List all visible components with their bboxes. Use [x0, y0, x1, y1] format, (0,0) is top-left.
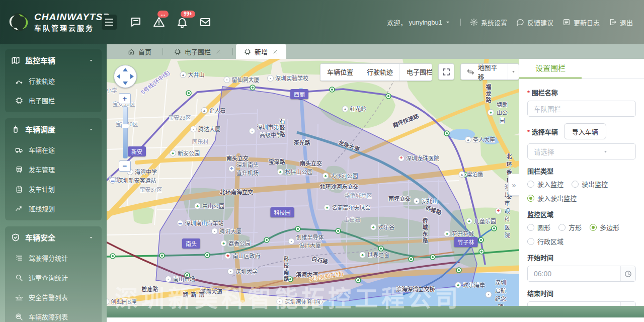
caret-icon: [87, 126, 96, 132]
map-toolbar-button-0[interactable]: 车辆位置: [320, 64, 360, 80]
map-canvas[interactable]: ▲大井山▪留仙洞大厦▪深圳实验学校▲红花岭♣塘朗山公园▲圣人大座小学宝安35区宝…: [107, 59, 519, 306]
radio-dot: [590, 224, 597, 231]
username: yunyingbu1: [409, 19, 442, 26]
area-radio-group: 圆形方形多边形行政区域: [527, 222, 636, 251]
tab-fence-settings[interactable]: 设置围栏: [519, 59, 582, 78]
search-icon: [15, 274, 23, 282]
app-window: CHAINWAYTSP 车队管理云服务 … 99+ 欢迎， yunyingbu1: [0, 0, 644, 322]
header-nav: 系统设置反馈建议更新日志退出: [470, 18, 633, 27]
pan-left-icon: [117, 74, 120, 79]
map-toolbar-button-1[interactable]: 行驶轨迹: [360, 64, 400, 80]
sidebar-item-label: 班线规划: [29, 204, 55, 213]
dispatch-icon: [11, 125, 20, 134]
vehicle-select-value: 请选择: [534, 146, 582, 156]
fence-name-input[interactable]: 车队围栏: [527, 101, 636, 117]
sidebar-item-vehicle-fault-list[interactable]: 车辆故障列表: [5, 307, 102, 322]
mail-button[interactable]: [199, 16, 211, 28]
divider: [460, 19, 461, 26]
zoom-slider[interactable]: [123, 106, 128, 158]
home-icon: [128, 48, 135, 55]
map-icon: [11, 56, 20, 65]
end-time-picker[interactable]: [620, 302, 635, 306]
logout-icon: [609, 18, 617, 26]
sidebar-group-header-vehicle-dispatch[interactable]: 车辆调度: [5, 118, 102, 140]
sidebar-item-vehicle-on-way[interactable]: 车辆在途: [5, 140, 102, 159]
fullscreen-icon: [442, 67, 451, 76]
sidebar-item-driving-track[interactable]: 行驶轨迹: [5, 71, 102, 91]
sidebar-item-violation-query-stats[interactable]: 违章查询统计: [5, 268, 102, 287]
route-icon: [15, 77, 23, 85]
chat-icon: [130, 16, 142, 28]
header-nav-system-settings[interactable]: 系统设置: [470, 18, 507, 27]
radio-area[interactable]: 方形: [558, 222, 582, 232]
close-icon[interactable]: [215, 49, 221, 55]
gear-icon: [470, 18, 478, 26]
close-icon[interactable]: [272, 49, 278, 55]
sidebar-group-header-vehicle-safety[interactable]: 车辆安全: [5, 226, 102, 248]
radio-area[interactable]: 行政区域: [527, 236, 564, 246]
sidebar-item-label: 行驶轨迹: [29, 76, 55, 86]
pan-right-icon: [130, 74, 134, 79]
tab-divider: [232, 48, 233, 55]
start-time-picker[interactable]: [620, 266, 635, 281]
sidebar-item-departure-plan[interactable]: 发车计划: [5, 179, 102, 199]
zoom-slider-handle[interactable]: [121, 124, 129, 128]
brand-subtitle: 车队管理云服务: [34, 23, 110, 33]
clock-icon: [624, 306, 632, 306]
sidebar-item-departure-management[interactable]: 发车管理: [5, 159, 102, 179]
brand-name: CHAINWAYTSP: [34, 12, 110, 23]
bell-icon: [176, 16, 188, 28]
fault-icon: [15, 313, 23, 321]
map-pan-mode-button[interactable]: 地图平移: [460, 63, 519, 80]
sidebar-item-driving-score-stats[interactable]: 驾驶得分统计: [5, 248, 102, 268]
header-nav-feedback[interactable]: 反馈建议: [516, 18, 553, 27]
sidebar-item-safety-alarm-list[interactable]: 安全告警列表: [5, 287, 102, 307]
zoom-in-button[interactable]: +: [119, 93, 131, 104]
changelog-label: 更新日志: [574, 18, 600, 27]
sidebar: 监控车辆行驶轨迹电子围栏车辆调度车辆在途发车管理发车计划班线规划车辆安全驾驶得分…: [0, 44, 107, 322]
sidebar-item-label: 车辆在途: [29, 145, 55, 154]
map-toolbar-button-2[interactable]: 电子围栏: [400, 64, 432, 80]
vehicle-select[interactable]: 请选择: [527, 143, 636, 159]
radio-fence-type[interactable]: 驶入监控: [527, 179, 564, 189]
sidebar-item-electronic-fence[interactable]: 电子围栏: [5, 91, 102, 110]
radio-dot: [527, 224, 534, 231]
notifications-button[interactable]: 99+: [176, 16, 188, 28]
messages-button[interactable]: [130, 16, 142, 28]
radio-fence-type[interactable]: 驶出监控: [572, 179, 608, 189]
header-nav-logout[interactable]: 退出: [609, 18, 633, 27]
system-settings-label: 系统设置: [481, 18, 507, 27]
fence-name-label: 围栏名称: [527, 88, 636, 97]
sidebar-item-label: 驾驶得分统计: [29, 253, 68, 263]
log-icon: [562, 18, 571, 26]
tab-home[interactable]: 首页: [120, 44, 159, 59]
map-toolbar: 车辆位置行驶轨迹电子围栏 地图平移: [320, 63, 519, 81]
radio-fence-type[interactable]: 驶入驶出监控: [527, 193, 577, 203]
sidebar-item-label: 车辆故障列表: [29, 312, 68, 321]
tab-new[interactable]: 新增: [236, 44, 286, 59]
tab-bar: 首页电子围栏新增: [107, 44, 644, 59]
header-nav-changelog[interactable]: 更新日志: [562, 18, 600, 27]
radio-area[interactable]: 圆形: [527, 222, 550, 232]
end-time-input[interactable]: 23:00: [527, 301, 636, 306]
fence-icon: [15, 97, 23, 105]
pan-mode-dropdown[interactable]: [508, 64, 519, 79]
import-vehicles-button[interactable]: 导入车辆: [564, 123, 606, 139]
map-pan-control[interactable]: [114, 65, 137, 88]
sidebar-group-header-monitor-vehicles[interactable]: 监控车辆: [5, 49, 102, 71]
sidebar-item-label: 违章查询统计: [29, 273, 68, 282]
panel-collapse-handle[interactable]: [508, 174, 519, 196]
radio-area[interactable]: 多边形: [590, 222, 619, 232]
menu-toggle-button[interactable]: [102, 15, 117, 30]
truck-icon: [15, 146, 23, 154]
zoom-out-button[interactable]: −: [119, 160, 131, 172]
sidebar-item-route-planning[interactable]: 班线规划: [5, 199, 102, 218]
tab-electronic-fence[interactable]: 电子围栏: [166, 44, 229, 59]
start-time-input[interactable]: 06:00: [527, 266, 636, 282]
sidebar-group-label: 监控车辆: [25, 55, 82, 65]
fullscreen-button[interactable]: [438, 63, 454, 80]
trend-icon: [15, 205, 23, 213]
user-menu[interactable]: 欢迎， yunyingbu1: [387, 18, 451, 27]
alerts-button[interactable]: …: [153, 16, 165, 28]
start-time-value: 06:00: [528, 266, 620, 281]
